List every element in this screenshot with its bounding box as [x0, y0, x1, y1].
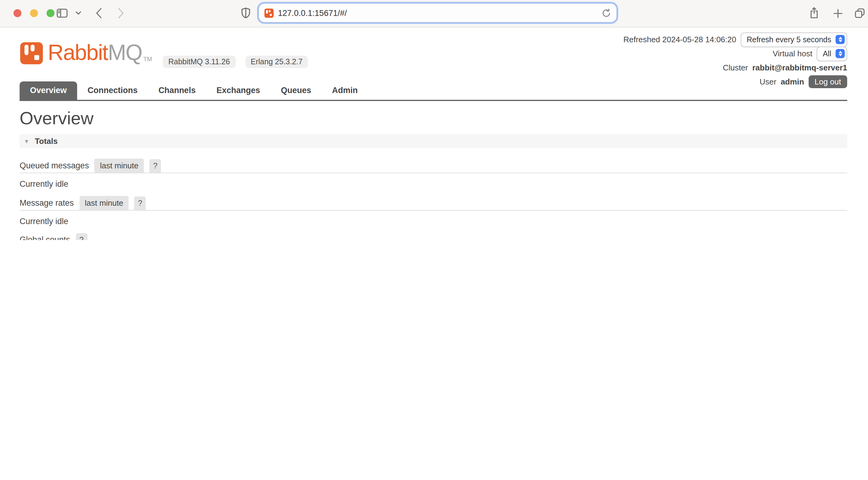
- new-tab-icon[interactable]: [833, 8, 843, 18]
- tab-channels[interactable]: Channels: [148, 82, 206, 100]
- header-status-block: Refreshed 2024-05-28 14:06:20 Refresh ev…: [623, 32, 847, 89]
- chevron-down-icon[interactable]: [75, 11, 82, 15]
- select-stepper-icon: [836, 35, 845, 44]
- rabbitmq-version-badge: RabbitMQ 3.11.26: [163, 56, 235, 68]
- select-stepper-icon: [836, 49, 845, 58]
- rabbitmq-header: RabbitMQ TM RabbitMQ 3.11.26 Erlang 25.3…: [0, 28, 868, 82]
- refreshed-timestamp: Refreshed 2024-05-28 14:06:20: [623, 35, 736, 44]
- url-text[interactable]: 127.0.0.1:15671/#/: [278, 8, 597, 18]
- collapse-triangle-icon: ▼: [24, 138, 29, 144]
- queued-idle-text: Currently idle: [20, 179, 868, 188]
- zoom-window-button[interactable]: [46, 9, 55, 17]
- virtual-host-label: Virtual host: [773, 49, 813, 58]
- rates-idle-text: Currently idle: [20, 217, 868, 226]
- logout-button[interactable]: Log out: [808, 75, 847, 88]
- page-title: Overview: [20, 108, 868, 128]
- close-window-button[interactable]: [13, 9, 22, 17]
- tab-overview-icon[interactable]: [855, 8, 865, 18]
- cluster-name: rabbit@rabbitmq-server1: [752, 63, 847, 72]
- minimize-window-button[interactable]: [30, 9, 38, 17]
- help-badge[interactable]: ?: [149, 159, 161, 173]
- rate-window-chip[interactable]: last minute: [95, 158, 144, 173]
- global-counts-label: Global counts: [20, 235, 70, 240]
- queued-messages-label: Queued messages: [20, 161, 89, 173]
- sidebar-icon[interactable]: [56, 8, 68, 18]
- totals-section-header[interactable]: ▼ Totals: [20, 134, 847, 148]
- tab-exchanges[interactable]: Exchanges: [206, 82, 271, 100]
- version-badges: RabbitMQ 3.11.26 Erlang 25.3.2.7: [163, 56, 308, 68]
- tab-queues[interactable]: Queues: [271, 82, 322, 100]
- back-button[interactable]: [95, 7, 102, 19]
- rate-window-chip[interactable]: last minute: [79, 196, 129, 210]
- help-badge[interactable]: ?: [75, 233, 87, 240]
- help-badge[interactable]: ?: [134, 197, 146, 210]
- message-rates-label: Message rates: [20, 198, 74, 210]
- tab-admin[interactable]: Admin: [322, 82, 368, 100]
- virtual-host-select[interactable]: All: [816, 46, 847, 61]
- address-bar[interactable]: 127.0.0.1:15671/#/: [259, 4, 616, 22]
- window-controls: [13, 9, 55, 17]
- erlang-version-badge: Erlang 25.3.2.7: [245, 56, 308, 68]
- forward-button[interactable]: [118, 7, 124, 19]
- tab-connections[interactable]: Connections: [77, 82, 148, 100]
- rabbitmq-logo-icon: [20, 40, 44, 65]
- reload-icon[interactable]: [602, 8, 611, 18]
- safari-window: 127.0.0.1:15671/#/ RabbitMQ TM RabbitMQ …: [0, 0, 868, 240]
- logo-wordmark: RabbitMQ: [48, 40, 142, 65]
- privacy-shield-icon[interactable]: [241, 7, 250, 19]
- rabbitmq-favicon: [265, 8, 274, 18]
- rabbitmq-logo[interactable]: RabbitMQ TM: [20, 40, 152, 65]
- message-rates-row: Message rates last minute ?: [20, 195, 847, 211]
- trademark-label: TM: [143, 56, 152, 65]
- share-icon[interactable]: [809, 7, 819, 19]
- queued-messages-row: Queued messages last minute ?: [20, 157, 847, 173]
- browser-toolbar: 127.0.0.1:15671/#/: [0, 0, 868, 28]
- global-counts-row: Global counts ?: [20, 232, 847, 240]
- tab-overview[interactable]: Overview: [20, 82, 77, 100]
- refresh-interval-select[interactable]: Refresh every 5 seconds: [740, 32, 847, 47]
- user-label: User: [760, 77, 776, 86]
- cluster-label: Cluster: [723, 63, 748, 72]
- user-name: admin: [781, 77, 804, 86]
